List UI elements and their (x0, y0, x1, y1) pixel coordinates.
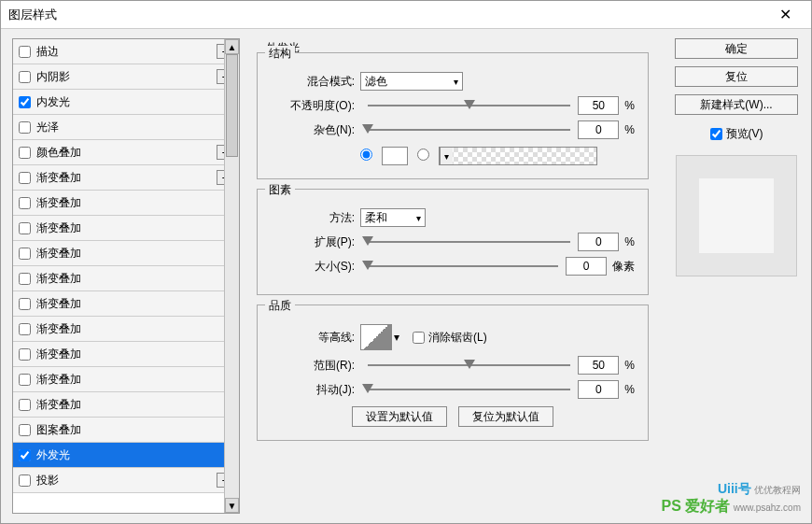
style-checkbox[interactable] (19, 348, 31, 361)
noise-input[interactable] (578, 120, 619, 139)
contour-label: 等高线: (271, 330, 355, 346)
style-row[interactable]: 渐变叠加 (13, 367, 239, 392)
make-default-button[interactable]: 设置为默认值 (352, 406, 447, 427)
style-row[interactable]: 渐变叠加 (13, 392, 239, 418)
style-checkbox[interactable] (19, 248, 31, 260)
scrollbar[interactable]: ▲ ▼ (224, 39, 239, 513)
style-row-label: 渐变叠加 (36, 195, 233, 211)
spread-unit: % (624, 235, 635, 248)
gradient-radio[interactable] (417, 149, 429, 163)
jitter-slider[interactable] (368, 382, 570, 397)
technique-dropdown[interactable]: 柔和 ▾ (360, 208, 426, 227)
antialias-checkbox[interactable]: 消除锯齿(L) (413, 330, 487, 346)
opacity-input[interactable] (578, 96, 619, 115)
ok-button[interactable]: 确定 (675, 38, 798, 59)
noise-label: 杂色(N): (271, 122, 355, 138)
reset-default-button[interactable]: 复位为默认值 (458, 406, 553, 427)
style-checkbox[interactable] (19, 298, 31, 310)
style-row[interactable]: 渐变叠加 (13, 317, 239, 342)
preview-box (676, 155, 797, 276)
scroll-thumb[interactable] (226, 54, 238, 157)
style-row[interactable]: 渐变叠加 (13, 291, 239, 317)
style-row[interactable]: 外发光 (13, 443, 239, 468)
blend-mode-label: 混合模式: (271, 74, 355, 90)
style-row[interactable]: 内发光 (13, 90, 239, 115)
style-row-label: 描边 (36, 44, 217, 60)
chevron-down-icon: ▾ (440, 148, 453, 164)
chevron-down-icon: ▾ (454, 77, 458, 87)
style-row[interactable]: 颜色叠加+ (13, 140, 239, 165)
style-row[interactable]: 渐变叠加 (13, 241, 239, 266)
chevron-down-icon[interactable]: ▾ (394, 331, 399, 344)
scroll-down[interactable]: ▼ (225, 498, 239, 513)
opacity-label: 不透明度(O): (271, 98, 355, 114)
style-row-label: 光泽 (36, 120, 233, 135)
noise-unit: % (624, 123, 635, 136)
style-checkbox[interactable] (19, 96, 31, 108)
style-checkbox[interactable] (19, 323, 31, 335)
style-row[interactable]: 渐变叠加 (13, 191, 239, 216)
style-row-label: 渐变叠加 (36, 321, 233, 337)
new-style-button[interactable]: 新建样式(W)... (675, 94, 798, 115)
jitter-unit: % (624, 383, 635, 396)
size-input[interactable] (566, 257, 607, 276)
technique-label: 方法: (271, 210, 355, 226)
legend-structure: 结构 (265, 46, 295, 62)
color-radio[interactable] (360, 149, 372, 163)
gradient-swatch[interactable]: ▾ (439, 147, 597, 165)
style-row-label: 渐变叠加 (36, 372, 233, 388)
style-checkbox[interactable] (19, 273, 31, 285)
spread-input[interactable] (578, 233, 619, 251)
style-checkbox[interactable] (19, 121, 31, 134)
group-elements: 图素 方法: 柔和 ▾ 扩展(P): % 大小(S): (257, 189, 649, 295)
preview-checkbox[interactable]: 预览(V) (675, 126, 798, 142)
style-row[interactable]: 内阴影+ (13, 64, 239, 90)
style-checkbox[interactable] (19, 222, 31, 234)
group-quality: 品质 等高线: ▾ 消除锯齿(L) 范围(R): % 抖动(J): (257, 304, 649, 441)
style-checkbox[interactable] (19, 374, 31, 386)
style-row[interactable]: 渐变叠加 (13, 216, 239, 241)
style-checkbox[interactable] (19, 449, 31, 461)
close-button[interactable]: ✕ (766, 2, 804, 28)
style-row[interactable]: 渐变叠加 (13, 342, 239, 367)
style-list: 描边+内阴影+内发光光泽颜色叠加+渐变叠加+渐变叠加渐变叠加渐变叠加渐变叠加渐变… (12, 38, 240, 514)
range-input[interactable] (578, 356, 619, 375)
scroll-up[interactable]: ▲ (225, 39, 239, 54)
spread-slider[interactable] (368, 234, 570, 249)
noise-slider[interactable] (368, 122, 570, 137)
legend-elements: 图素 (265, 182, 295, 198)
range-slider[interactable] (368, 358, 570, 373)
cancel-button[interactable]: 复位 (675, 66, 798, 87)
style-row-label: 内发光 (36, 94, 233, 110)
size-slider[interactable] (368, 259, 558, 274)
preview-label: 预览(V) (726, 126, 763, 142)
blend-mode-dropdown[interactable]: 滤色 ▾ (360, 72, 463, 91)
style-row[interactable]: 渐变叠加 (13, 266, 239, 291)
range-unit: % (624, 359, 635, 372)
style-row[interactable]: 描边+ (13, 39, 239, 64)
style-row[interactable]: 光泽 (13, 115, 239, 140)
style-checkbox[interactable] (19, 399, 31, 411)
style-row[interactable]: 渐变叠加+ (13, 165, 239, 191)
style-checkbox[interactable] (19, 172, 31, 184)
style-checkbox[interactable] (19, 71, 31, 83)
jitter-input[interactable] (578, 380, 619, 399)
blend-mode-value: 滤色 (365, 74, 387, 90)
color-swatch[interactable] (382, 147, 408, 165)
style-checkbox[interactable] (19, 46, 31, 58)
style-checkbox[interactable] (19, 424, 31, 436)
style-row-label: 渐变叠加 (36, 271, 233, 287)
contour-picker[interactable] (360, 324, 392, 350)
chevron-down-icon: ▾ (416, 213, 421, 223)
range-label: 范围(R): (271, 358, 355, 374)
style-row-label: 内阴影 (36, 69, 217, 85)
antialias-label: 消除锯齿(L) (428, 330, 487, 346)
style-row[interactable]: 投影+ (13, 468, 239, 493)
style-checkbox[interactable] (19, 147, 31, 159)
style-checkbox[interactable] (19, 197, 31, 209)
style-row[interactable]: 图案叠加 (13, 418, 239, 443)
style-row-label: 颜色叠加 (36, 145, 217, 161)
style-checkbox[interactable] (19, 474, 31, 487)
spread-label: 扩展(P): (271, 234, 355, 250)
opacity-slider[interactable] (368, 98, 570, 113)
